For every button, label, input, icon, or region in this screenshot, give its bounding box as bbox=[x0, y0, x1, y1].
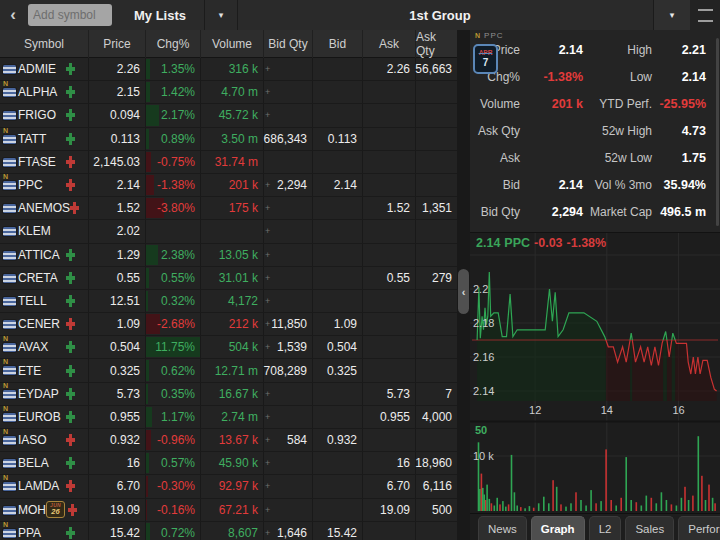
price-area-fill bbox=[663, 332, 667, 402]
price-cell: 0.955 bbox=[88, 406, 145, 428]
table-row-tatt[interactable]: N TATT 0.113 0.89% 3.50 m 686,343 0.113 bbox=[0, 128, 457, 151]
symbol-cell: N PPA bbox=[0, 522, 88, 540]
table-row-iaso[interactable]: N IASO 0.932 -0.96% 13.67 k +584 0.932 bbox=[0, 429, 457, 452]
expand-depth-icon[interactable]: + bbox=[265, 249, 270, 261]
bid-cell bbox=[312, 197, 362, 219]
bid-qty-cell: + bbox=[263, 220, 312, 242]
volume-bar bbox=[565, 507, 567, 511]
table-row-admie[interactable]: ADMIE 2.26 1.35% 316 k + 2.26 56,663 bbox=[0, 58, 457, 81]
table-row-ppc[interactable]: N PPC 2.14 -1.38% 201 k +2,294 2.14 bbox=[0, 174, 457, 197]
table-row-ete[interactable]: N ETE 0.325 0.62% 12.71 m 708,289 0.325 bbox=[0, 359, 457, 382]
add-symbol-input[interactable] bbox=[28, 4, 112, 26]
volume-bar bbox=[538, 503, 540, 511]
expand-depth-icon[interactable]: + bbox=[265, 318, 270, 330]
stat-label: Ask bbox=[470, 151, 520, 165]
column-header-ask[interactable]: Ask bbox=[362, 30, 415, 58]
column-header-symbol[interactable]: Symbol bbox=[0, 30, 88, 58]
symbol-cell: MOH JUN26 bbox=[0, 499, 88, 521]
expand-depth-icon[interactable]: + bbox=[265, 411, 270, 423]
table-row-creta[interactable]: CRETA 0.55 0.55% 31.01 k + 0.55 279 bbox=[0, 267, 457, 290]
change-bar bbox=[146, 129, 149, 149]
table-row-ppa[interactable]: N PPA 15.42 0.72% 8,607 +1,646 15.42 bbox=[0, 522, 457, 540]
stat-label: Market Cap bbox=[583, 205, 652, 219]
table-row-klem[interactable]: KLEM 2.02 + bbox=[0, 220, 457, 243]
expand-depth-icon[interactable]: + bbox=[265, 434, 270, 446]
group-selector-button[interactable]: ▾ bbox=[653, 0, 690, 30]
column-header-price[interactable]: Price bbox=[88, 30, 145, 58]
greece-flag-icon bbox=[3, 459, 16, 468]
column-header-chg-[interactable]: Chg% bbox=[145, 30, 200, 58]
tab-graph[interactable]: Graph bbox=[531, 516, 585, 540]
volume-cell: 201 k bbox=[200, 174, 263, 196]
tab-l2[interactable]: L2 bbox=[589, 516, 622, 540]
volume-cell: 175 k bbox=[200, 197, 263, 219]
symbol-name: FRIGO bbox=[18, 108, 56, 122]
my-lists-button[interactable]: My Lists bbox=[134, 8, 186, 23]
table-row-ftase[interactable]: FTASE 2,145.03 -0.75% 31.74 m bbox=[0, 151, 457, 174]
table-row-attica[interactable]: ATTICA 1.29 2.38% 13.05 k + bbox=[0, 244, 457, 267]
expand-depth-icon[interactable]: + bbox=[265, 109, 270, 121]
price-chart[interactable]: 2.14PPC-0.03-1.38% 2.22.182.162.14121416… bbox=[470, 232, 720, 513]
back-icon[interactable]: ‹ bbox=[0, 5, 26, 25]
table-row-eydap[interactable]: N EYDAP 5.73 0.35% 16.67 k + 5.73 7 bbox=[0, 383, 457, 406]
volume-cell: 4.70 m bbox=[200, 81, 263, 103]
expand-depth-icon[interactable]: + bbox=[265, 504, 270, 516]
ask-cell bbox=[362, 290, 415, 312]
table-row-anemos[interactable]: ANEMOS 1.52 -3.80% 175 k + 1.52 1,351 bbox=[0, 197, 457, 220]
volume-cell bbox=[200, 220, 263, 242]
table-row-avax[interactable]: N AVAX 0.504 11.75% 504 k +1,539 0.504 bbox=[0, 336, 457, 359]
watchlist-table: SymbolPriceChg%VolumeBid QtyBidAskAsk Qt… bbox=[0, 30, 457, 540]
chart-change: -0.03 bbox=[534, 236, 563, 250]
volume-bar bbox=[505, 507, 507, 511]
change-bar bbox=[146, 453, 149, 473]
expand-depth-icon[interactable]: + bbox=[265, 86, 270, 98]
table-row-alpha[interactable]: N ALPHA 2.15 1.42% 4.70 m + bbox=[0, 81, 457, 104]
ask-cell: 5.73 bbox=[362, 383, 415, 405]
tab-news[interactable]: News bbox=[478, 516, 527, 540]
new-badge: N bbox=[3, 428, 8, 436]
ask-cell bbox=[362, 128, 415, 150]
panel-resize-handle[interactable]: ‹ bbox=[458, 269, 469, 314]
table-row-bela[interactable]: BELA 16 0.57% 45.90 k + 16 18,960 bbox=[0, 452, 457, 475]
column-header-ask-qty[interactable]: Ask Qty bbox=[415, 30, 457, 58]
stat-value: 2.14 bbox=[520, 43, 583, 57]
tab-sales[interactable]: Sales bbox=[625, 516, 674, 540]
volume-bar bbox=[615, 506, 617, 512]
greece-flag-icon bbox=[3, 135, 16, 144]
greece-flag-icon bbox=[3, 506, 16, 515]
symbol-name: TATT bbox=[18, 132, 46, 146]
stat-value: 2.14 bbox=[652, 70, 706, 84]
volume-cell: 13.05 k bbox=[200, 244, 263, 266]
table-row-frigo[interactable]: FRIGO 0.094 2.17% 45.72 k + bbox=[0, 104, 457, 127]
expand-depth-icon[interactable]: + bbox=[265, 527, 270, 539]
table-row-cener[interactable]: CENER 1.09 -2.68% 212 k +11,850 1.09 bbox=[0, 313, 457, 336]
calendar-badge: JUN26 bbox=[46, 501, 65, 518]
column-header-volume[interactable]: Volume bbox=[200, 30, 263, 58]
panel-scrollbar[interactable] bbox=[716, 38, 719, 226]
table-row-eurob[interactable]: N EUROB 0.955 1.17% 2.74 m + 0.955 4,000 bbox=[0, 406, 457, 429]
expand-depth-icon[interactable]: + bbox=[265, 480, 270, 492]
expand-depth-icon[interactable]: + bbox=[265, 295, 270, 307]
tab-performance[interactable]: Performance bbox=[678, 516, 720, 540]
ask-cell bbox=[362, 174, 415, 196]
expand-depth-icon[interactable]: + bbox=[265, 457, 270, 469]
expand-depth-icon[interactable]: + bbox=[265, 388, 270, 400]
table-row-lamda[interactable]: N LAMDA 6.70 -0.30% 92.97 k + 6.70 6,116 bbox=[0, 475, 457, 498]
table-row-tell[interactable]: TELL 12.51 0.32% 4,172 + bbox=[0, 290, 457, 313]
column-header-bid-qty[interactable]: Bid Qty bbox=[263, 30, 312, 58]
menu-button[interactable] bbox=[690, 0, 720, 30]
column-header-bid[interactable]: Bid bbox=[312, 30, 362, 58]
group-title: 1st Group bbox=[230, 8, 650, 23]
expand-depth-icon[interactable]: + bbox=[265, 63, 270, 75]
volume-bar bbox=[508, 504, 510, 511]
volume-bar bbox=[630, 500, 632, 511]
expand-depth-icon[interactable]: + bbox=[265, 225, 270, 237]
volume-bar bbox=[705, 500, 707, 511]
table-row-moh[interactable]: MOH JUN26 19.09 -0.16% 67.21 k + 19.09 5… bbox=[0, 499, 457, 522]
expand-depth-icon[interactable]: + bbox=[265, 272, 270, 284]
expand-depth-icon[interactable]: + bbox=[265, 341, 270, 353]
expand-depth-icon[interactable]: + bbox=[265, 179, 270, 191]
expand-depth-icon[interactable]: + bbox=[265, 202, 270, 214]
stat-row: Ask 52w Low 1.75 bbox=[470, 144, 720, 171]
chevron-down-icon: ▾ bbox=[670, 10, 675, 20]
